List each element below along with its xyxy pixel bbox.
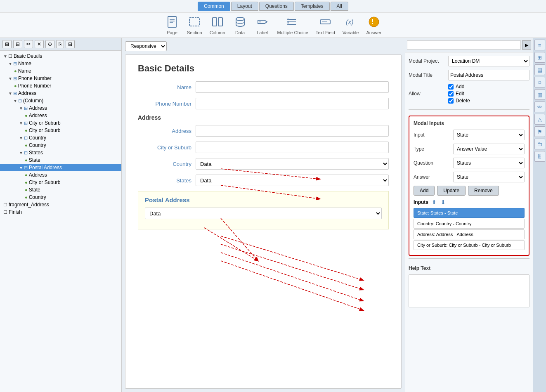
- toolbar-data[interactable]: Data: [233, 14, 248, 35]
- toolbar-text-field[interactable]: Text Field: [316, 14, 335, 35]
- allow-delete-item[interactable]: Delete: [448, 98, 470, 104]
- tree-node-finish[interactable]: ☐ Finish: [0, 208, 121, 216]
- form-input-city[interactable]: [196, 142, 389, 153]
- tree-node-basic-details[interactable]: ▼ ☐ Basic Details: [0, 52, 121, 60]
- sidebar-btn-1[interactable]: ⊞: [2, 40, 12, 48]
- postal-address-section: Postal Address Data: [138, 191, 389, 229]
- tab-all[interactable]: All: [331, 2, 348, 11]
- inputs-header: Inputs ⬆ ⬇: [414, 199, 525, 205]
- add-button[interactable]: Add: [414, 186, 435, 196]
- remove-button[interactable]: Remove: [468, 186, 499, 196]
- tree-node-city-field[interactable]: ● City or Suburb: [0, 127, 121, 134]
- far-right-icon-1[interactable]: ≡: [534, 40, 545, 50]
- tree-node-fragment[interactable]: ☐ fragment_Address: [0, 201, 121, 208]
- responsive-select[interactable]: Responsive: [125, 41, 167, 51]
- far-right-icon-8[interactable]: ⚑: [534, 126, 545, 137]
- type-select[interactable]: Answer Value: [453, 144, 525, 154]
- far-right-icon-6[interactable]: </>: [534, 102, 545, 112]
- tree-label-states-group: States: [29, 150, 43, 156]
- sidebar-btn-delete[interactable]: ✕: [35, 40, 44, 48]
- svg-rect-5: [213, 18, 217, 26]
- inputs-header-label: Inputs: [414, 199, 428, 205]
- sidebar-btn-settings[interactable]: ⊙: [45, 40, 54, 48]
- tree-node-column[interactable]: ▼ ⊟ (Column): [0, 97, 121, 104]
- toolbar-label[interactable]: Label: [255, 14, 270, 35]
- help-text-textarea[interactable]: [409, 274, 529, 307]
- tree-node-state-field[interactable]: ● State: [0, 156, 121, 164]
- toolbar-section[interactable]: Section: [187, 14, 202, 35]
- allow-add-item[interactable]: Add: [448, 84, 470, 90]
- text-field-label: Text Field: [316, 30, 335, 35]
- tree-node-postal-city-field[interactable]: ● City or Suburb: [0, 179, 121, 186]
- far-right-icon-7[interactable]: △: [534, 114, 545, 125]
- input-list-item-country[interactable]: Country: Country - Country: [414, 219, 525, 229]
- form-select-country[interactable]: Data: [196, 158, 389, 170]
- tree-node-address-group[interactable]: ▼ ⊟ Address: [0, 90, 121, 97]
- allow-edit-checkbox[interactable]: [448, 91, 454, 97]
- tree-node-postal-address-field[interactable]: ● Address: [0, 171, 121, 179]
- tree-node-phone-group[interactable]: ▼ ⊞ Phone Number: [0, 75, 121, 82]
- allow-edit-item[interactable]: Edit: [448, 91, 470, 97]
- prop-row-modal-title: Modal Title: [409, 70, 529, 80]
- tree-node-name-field[interactable]: ● Name: [0, 67, 121, 75]
- input-list-item-city[interactable]: City or Suburb: City or Suburb - City or…: [414, 240, 525, 250]
- far-right-icon-10[interactable]: 🗄: [534, 151, 545, 162]
- input-list-item-state[interactable]: State: States - State: [414, 208, 525, 218]
- toolbar-page[interactable]: Page: [165, 14, 180, 35]
- update-button[interactable]: Update: [437, 186, 466, 196]
- question-select[interactable]: States: [453, 158, 525, 168]
- form-select-states[interactable]: Data: [196, 175, 389, 186]
- tree-label-fragment: fragment_Address: [9, 202, 49, 208]
- far-right-icon-5[interactable]: ▥: [534, 89, 545, 100]
- toolbar-answer[interactable]: ! Answer: [366, 14, 381, 35]
- toolbar-variable[interactable]: (x) Variable: [343, 14, 359, 35]
- allow-delete-checkbox[interactable]: [448, 98, 454, 104]
- tree-node-postal-state-field[interactable]: ● State: [0, 186, 121, 194]
- tree-node-postal-address[interactable]: ▼ ⊟ Postal Address: [0, 164, 121, 171]
- sidebar-btn-copy[interactable]: ⎘: [56, 40, 64, 48]
- page-tree-icon: ☐: [8, 54, 12, 59]
- form-input-name[interactable]: [196, 81, 389, 93]
- modal-project-select[interactable]: Location DM: [448, 56, 529, 66]
- sidebar-btn-2[interactable]: ⊟: [13, 40, 22, 48]
- tree-label-address-field: Address: [29, 113, 47, 118]
- top-search-input[interactable]: [407, 40, 521, 50]
- tab-templates[interactable]: Templates: [295, 2, 330, 11]
- input-list-item-address[interactable]: Address: Address - Address: [414, 229, 525, 239]
- input-select[interactable]: State: [453, 130, 525, 140]
- field-icon-name: ●: [14, 68, 17, 73]
- tree-node-phone-field[interactable]: ● Phone Number: [0, 82, 121, 90]
- far-right-icon-4[interactable]: ≎: [534, 77, 545, 87]
- tree-node-city-group[interactable]: ▼ ⊞ City or Suburb: [0, 119, 121, 127]
- tree-node-states-group[interactable]: ▼ ⊟ States: [0, 149, 121, 156]
- form-input-phone[interactable]: [196, 98, 389, 109]
- svg-point-8: [259, 21, 260, 23]
- form-select-postal-data[interactable]: Data: [145, 208, 382, 219]
- tree-node-country-field[interactable]: ● Country: [0, 142, 121, 149]
- tree-node-postal-country-field[interactable]: ● Country: [0, 194, 121, 201]
- tree-node-country-group[interactable]: ▼ ⊟ Country: [0, 134, 121, 142]
- far-right-icon-3[interactable]: ▤: [534, 64, 545, 75]
- tab-questions[interactable]: Questions: [259, 2, 294, 11]
- modal-title-input[interactable]: [448, 70, 529, 80]
- tab-common[interactable]: Common: [198, 2, 230, 11]
- tab-layout[interactable]: Layout: [231, 2, 258, 11]
- group-icon-country: ⊟: [24, 135, 28, 141]
- answer-select[interactable]: State: [453, 172, 525, 182]
- allow-add-checkbox[interactable]: [448, 84, 454, 90]
- sidebar-btn-paste[interactable]: ⊟: [66, 40, 75, 48]
- top-search-btn[interactable]: ▶: [522, 40, 531, 50]
- tree-node-address-field[interactable]: ● Address: [0, 112, 121, 119]
- far-right-icon-2[interactable]: ⊞: [534, 52, 545, 63]
- inputs-up-btn[interactable]: ⬆: [431, 199, 437, 205]
- far-right-icon-9[interactable]: 🗀: [534, 139, 545, 149]
- toolbar-multiple-choice[interactable]: Multiple Choice: [277, 14, 308, 35]
- right-sidebar: ▶ Modal Project Location DM Modal Title …: [405, 38, 533, 392]
- toolbar-column[interactable]: Column: [210, 14, 225, 35]
- modal-inputs-section: Modal Inputs Input State Type Answer Val…: [409, 116, 529, 256]
- tree-node-name-group[interactable]: ▼ ⊞ Name: [0, 60, 121, 67]
- tree-node-address-sub[interactable]: ▼ ⊞ Address: [0, 104, 121, 112]
- inputs-down-btn[interactable]: ⬇: [440, 199, 447, 205]
- sidebar-btn-3[interactable]: ✂: [24, 40, 33, 48]
- form-input-address[interactable]: [196, 125, 389, 137]
